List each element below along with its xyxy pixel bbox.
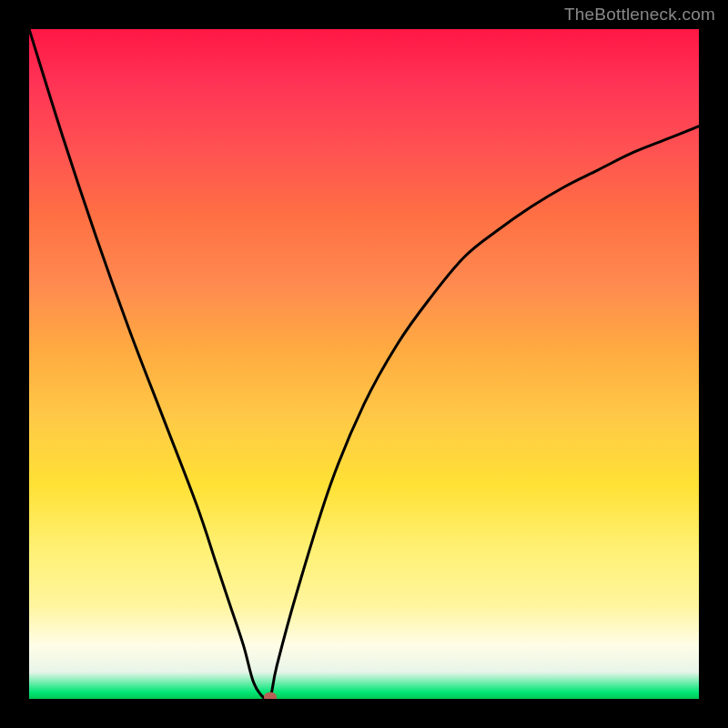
optimal-point-marker (264, 692, 277, 699)
watermark-text: TheBottleneck.com (564, 5, 715, 25)
bottleneck-curve (29, 29, 699, 699)
chart-plot-area (29, 29, 699, 699)
curve-svg (29, 29, 699, 699)
